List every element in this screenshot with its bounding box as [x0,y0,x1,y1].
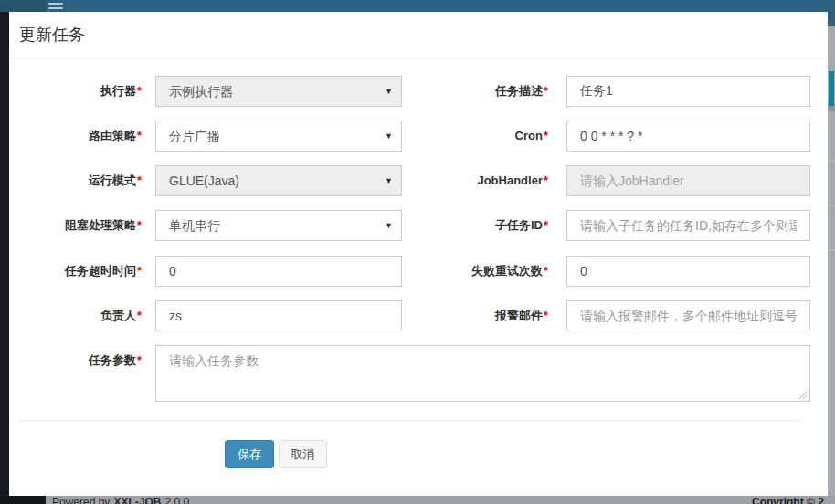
author-input[interactable] [155,300,402,331]
job-handler-input [566,165,810,196]
author-label: 负责人* [9,300,142,331]
glue-type-select: GLUE(Java) ▼ [155,165,402,196]
executor-select: 示例执行器 ▼ [155,76,402,107]
screen: 更新任务 执行器* 示例执行器 ▼ 任务描述* 路由策略* 分片广播 ▼ Cro… [0,0,835,504]
chevron-down-icon: ▼ [385,121,393,151]
fail-retry-input[interactable] [566,256,810,287]
executor-label: 执行器* [9,76,142,107]
block-strategy-label: 阻塞处理策略* [9,210,142,241]
route-strategy-label: 路由策略* [9,121,142,152]
job-param-textarea[interactable] [155,345,810,402]
block-strategy-select-value: 单机串行 [169,218,220,233]
chevron-down-icon: ▼ [385,211,393,240]
route-strategy-select-value: 分片广播 [169,129,220,143]
dialog-title: 更新任务 [19,24,85,46]
cancel-button[interactable]: 取消 [279,440,327,468]
hamburger-icon[interactable] [48,0,64,12]
update-task-dialog: 更新任务 执行器* 示例执行器 ▼ 任务描述* 路由策略* 分片广播 ▼ Cro… [9,12,828,496]
dimmed-page-strip [828,26,835,496]
job-handler-label: JobHandler* [411,165,548,196]
form-divider [18,420,800,421]
sidebar-bottom-fragment [0,496,46,504]
sidebar-edge [0,12,9,496]
navbar-logo-area [0,0,46,12]
glue-type-label: 运行模式* [9,165,142,196]
chevron-down-icon: ▼ [385,166,393,195]
top-navbar [0,0,835,12]
route-strategy-select[interactable]: 分片广播 ▼ [155,121,402,152]
version-text: 2.0.0 [164,496,189,504]
alarm-email-input[interactable] [566,300,810,331]
search-button-fragment [829,71,834,106]
save-button[interactable]: 保存 [225,440,274,468]
timeout-label: 任务超时时间* [9,256,142,287]
job-desc-label: 任务描述* [411,76,548,107]
page-footer: Powered byXXL-JOB2.0.0 Copyright © 2 [0,496,835,504]
block-strategy-select[interactable]: 单机串行 ▼ [155,210,402,241]
job-param-label: 任务参数* [9,345,142,376]
cron-label: Cron* [411,121,548,152]
child-jobid-input[interactable] [566,210,810,241]
glue-type-select-value: GLUE(Java) [169,173,239,188]
navbar-right-fragment [828,12,835,26]
copyright-text: Copyright © 2 [752,497,824,504]
powered-by-text: Powered byXXL-JOB2.0.0 [52,497,193,504]
executor-select-value: 示例执行器 [169,84,233,99]
brand-name: XXL-JOB [113,496,161,504]
alarm-email-label: 报警邮件* [411,300,548,331]
cron-input[interactable] [566,121,810,152]
fail-retry-label: 失败重试次数* [411,256,548,287]
timeout-input[interactable] [155,256,402,287]
job-desc-input[interactable] [566,76,810,107]
header-divider [9,58,828,59]
child-jobid-label: 子任务ID* [411,210,548,241]
chevron-down-icon: ▼ [385,77,393,106]
